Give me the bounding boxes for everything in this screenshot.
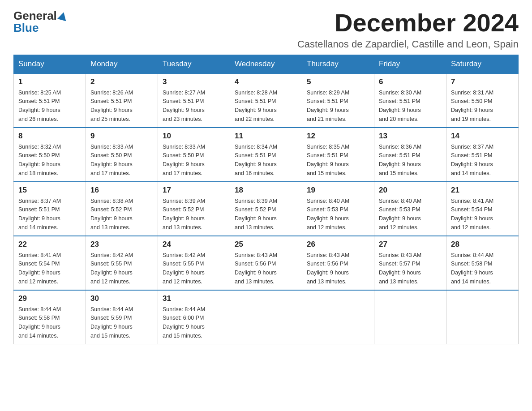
calendar-cell: 12 Sunrise: 8:35 AMSunset: 5:51 PMDaylig…: [302, 128, 374, 182]
day-number: 18: [235, 186, 297, 195]
day-number: 25: [235, 240, 297, 249]
calendar-cell: 24 Sunrise: 8:42 AMSunset: 5:55 PMDaylig…: [158, 236, 230, 290]
calendar-cell: 30 Sunrise: 8:44 AMSunset: 5:59 PMDaylig…: [86, 290, 158, 344]
calendar-cell: 20 Sunrise: 8:40 AMSunset: 5:53 PMDaylig…: [374, 182, 446, 236]
day-number: 11: [235, 132, 297, 141]
day-info: Sunrise: 8:44 AMSunset: 5:59 PMDaylight:…: [90, 306, 133, 339]
calendar-header-row: SundayMondayTuesdayWednesdayThursdayFrid…: [14, 55, 519, 73]
day-info: Sunrise: 8:37 AMSunset: 5:51 PMDaylight:…: [18, 198, 61, 231]
calendar-cell: 26 Sunrise: 8:43 AMSunset: 5:56 PMDaylig…: [302, 236, 374, 290]
day-info: Sunrise: 8:42 AMSunset: 5:55 PMDaylight:…: [163, 252, 205, 285]
day-number: 5: [307, 77, 369, 86]
col-header-thursday: Thursday: [302, 55, 374, 73]
day-info: Sunrise: 8:29 AMSunset: 5:51 PMDaylight:…: [307, 90, 349, 122]
day-number: 9: [90, 132, 153, 141]
day-info: Sunrise: 8:33 AMSunset: 5:50 PMDaylight:…: [90, 144, 133, 176]
calendar-cell: 28 Sunrise: 8:44 AMSunset: 5:58 PMDaylig…: [446, 236, 519, 290]
day-info: Sunrise: 8:36 AMSunset: 5:51 PMDaylight:…: [379, 144, 421, 176]
day-number: 24: [163, 240, 225, 249]
day-number: 6: [379, 77, 442, 86]
day-info: Sunrise: 8:44 AMSunset: 5:58 PMDaylight:…: [18, 306, 61, 339]
day-info: Sunrise: 8:32 AMSunset: 5:50 PMDaylight:…: [18, 144, 61, 176]
calendar-cell: 5 Sunrise: 8:29 AMSunset: 5:51 PMDayligh…: [302, 73, 374, 128]
calendar-week-4: 22 Sunrise: 8:41 AMSunset: 5:54 PMDaylig…: [14, 236, 519, 290]
location-title: Castellanos de Zapardiel, Castille and L…: [297, 39, 519, 50]
day-number: 27: [379, 240, 442, 249]
calendar-cell: 15 Sunrise: 8:37 AMSunset: 5:51 PMDaylig…: [14, 182, 86, 236]
day-info: Sunrise: 8:41 AMSunset: 5:54 PMDaylight:…: [451, 198, 493, 231]
calendar-cell: 6 Sunrise: 8:30 AMSunset: 5:51 PMDayligh…: [374, 73, 446, 128]
day-number: 15: [18, 186, 81, 195]
day-info: Sunrise: 8:37 AMSunset: 5:51 PMDaylight:…: [451, 144, 493, 176]
calendar-cell: 31 Sunrise: 8:44 AMSunset: 6:00 PMDaylig…: [158, 290, 230, 344]
day-info: Sunrise: 8:30 AMSunset: 5:51 PMDaylight:…: [379, 90, 421, 122]
calendar-week-3: 15 Sunrise: 8:37 AMSunset: 5:51 PMDaylig…: [14, 182, 519, 236]
day-info: Sunrise: 8:35 AMSunset: 5:51 PMDaylight:…: [307, 144, 349, 176]
calendar-cell: 2 Sunrise: 8:26 AMSunset: 5:51 PMDayligh…: [86, 73, 158, 128]
calendar-cell: 25 Sunrise: 8:43 AMSunset: 5:56 PMDaylig…: [230, 236, 302, 290]
calendar-cell: 27 Sunrise: 8:43 AMSunset: 5:57 PMDaylig…: [374, 236, 446, 290]
day-number: 23: [90, 240, 153, 249]
day-number: 1: [18, 77, 81, 86]
day-info: Sunrise: 8:38 AMSunset: 5:52 PMDaylight:…: [90, 198, 133, 231]
calendar-week-2: 8 Sunrise: 8:32 AMSunset: 5:50 PMDayligh…: [14, 128, 519, 182]
page-header: General Blue December 2024 Castellanos d…: [13, 9, 519, 50]
calendar-cell: 11 Sunrise: 8:34 AMSunset: 5:51 PMDaylig…: [230, 128, 302, 182]
day-number: 2: [90, 77, 153, 86]
day-info: Sunrise: 8:40 AMSunset: 5:53 PMDaylight:…: [307, 198, 349, 231]
day-info: Sunrise: 8:43 AMSunset: 5:56 PMDaylight:…: [307, 252, 349, 285]
day-number: 13: [379, 132, 442, 141]
day-info: Sunrise: 8:41 AMSunset: 5:54 PMDaylight:…: [18, 252, 61, 285]
day-number: 28: [451, 240, 514, 249]
calendar-cell: 1 Sunrise: 8:25 AMSunset: 5:51 PMDayligh…: [14, 73, 86, 128]
title-area: December 2024 Castellanos de Zapardiel, …: [297, 9, 519, 50]
col-header-wednesday: Wednesday: [230, 55, 302, 73]
day-info: Sunrise: 8:40 AMSunset: 5:53 PMDaylight:…: [379, 198, 421, 231]
calendar-week-1: 1 Sunrise: 8:25 AMSunset: 5:51 PMDayligh…: [14, 73, 519, 128]
day-number: 12: [307, 132, 369, 141]
calendar-cell: 29 Sunrise: 8:44 AMSunset: 5:58 PMDaylig…: [14, 290, 86, 344]
day-info: Sunrise: 8:44 AMSunset: 5:58 PMDaylight:…: [451, 252, 493, 285]
calendar-cell: 14 Sunrise: 8:37 AMSunset: 5:51 PMDaylig…: [446, 128, 519, 182]
calendar-cell: 21 Sunrise: 8:41 AMSunset: 5:54 PMDaylig…: [446, 182, 519, 236]
calendar-cell: 4 Sunrise: 8:28 AMSunset: 5:51 PMDayligh…: [230, 73, 302, 128]
col-header-saturday: Saturday: [446, 55, 519, 73]
day-number: 29: [18, 294, 81, 303]
day-info: Sunrise: 8:39 AMSunset: 5:52 PMDaylight:…: [163, 198, 205, 231]
day-info: Sunrise: 8:31 AMSunset: 5:50 PMDaylight:…: [451, 90, 493, 122]
day-info: Sunrise: 8:28 AMSunset: 5:51 PMDaylight:…: [235, 90, 277, 122]
logo: General Blue: [13, 9, 67, 35]
day-number: 8: [18, 132, 81, 141]
logo-blue-text: Blue: [13, 21, 39, 35]
day-number: 17: [163, 186, 225, 195]
day-number: 31: [163, 294, 225, 303]
calendar-cell: 18 Sunrise: 8:39 AMSunset: 5:52 PMDaylig…: [230, 182, 302, 236]
calendar-cell: 23 Sunrise: 8:42 AMSunset: 5:55 PMDaylig…: [86, 236, 158, 290]
calendar-cell: 22 Sunrise: 8:41 AMSunset: 5:54 PMDaylig…: [14, 236, 86, 290]
day-info: Sunrise: 8:44 AMSunset: 6:00 PMDaylight:…: [163, 306, 205, 339]
day-number: 4: [235, 77, 297, 86]
calendar-cell: 3 Sunrise: 8:27 AMSunset: 5:51 PMDayligh…: [158, 73, 230, 128]
day-number: 14: [451, 132, 514, 141]
calendar-cell: [446, 290, 519, 344]
calendar-cell: 8 Sunrise: 8:32 AMSunset: 5:50 PMDayligh…: [14, 128, 86, 182]
day-info: Sunrise: 8:25 AMSunset: 5:51 PMDaylight:…: [18, 90, 61, 122]
calendar-cell: [302, 290, 374, 344]
day-number: 16: [90, 186, 153, 195]
day-info: Sunrise: 8:39 AMSunset: 5:52 PMDaylight:…: [235, 198, 277, 231]
calendar-cell: 7 Sunrise: 8:31 AMSunset: 5:50 PMDayligh…: [446, 73, 519, 128]
calendar-cell: [230, 290, 302, 344]
calendar-cell: 9 Sunrise: 8:33 AMSunset: 5:50 PMDayligh…: [86, 128, 158, 182]
day-info: Sunrise: 8:43 AMSunset: 5:57 PMDaylight:…: [379, 252, 421, 285]
col-header-monday: Monday: [86, 55, 158, 73]
col-header-friday: Friday: [374, 55, 446, 73]
day-number: 26: [307, 240, 369, 249]
day-info: Sunrise: 8:43 AMSunset: 5:56 PMDaylight:…: [235, 252, 277, 285]
day-info: Sunrise: 8:26 AMSunset: 5:51 PMDaylight:…: [90, 90, 133, 122]
day-number: 22: [18, 240, 81, 249]
calendar-cell: 16 Sunrise: 8:38 AMSunset: 5:52 PMDaylig…: [86, 182, 158, 236]
col-header-tuesday: Tuesday: [158, 55, 230, 73]
calendar-cell: [374, 290, 446, 344]
day-number: 19: [307, 186, 369, 195]
day-number: 20: [379, 186, 442, 195]
